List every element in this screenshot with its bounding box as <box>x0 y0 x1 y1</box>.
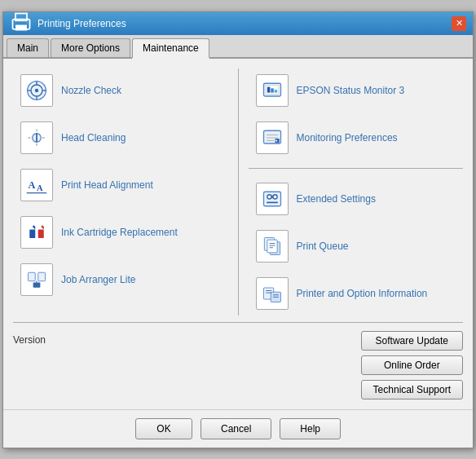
version-label: Version <box>13 331 46 346</box>
svg-text:A: A <box>37 183 43 192</box>
svg-marker-20 <box>33 225 36 229</box>
print-queue-icon <box>256 230 289 263</box>
software-update-button[interactable]: Software Update <box>361 331 463 351</box>
footer: OK Cancel Help <box>3 409 473 448</box>
svg-rect-2 <box>15 25 27 31</box>
svg-rect-29 <box>271 88 274 92</box>
nozzle-check-item[interactable]: Nozzle Check <box>13 68 228 113</box>
ink-cartridge-label: Ink Cartridge Replacement <box>61 227 178 238</box>
epson-status-icon <box>256 74 289 107</box>
online-order-button[interactable]: Online Order <box>361 355 463 375</box>
print-head-alignment-icon: A A <box>20 169 53 201</box>
window-title: Printing Preferences <box>37 18 126 29</box>
printer-icon <box>10 11 33 36</box>
job-arranger-label: Job Arranger Lite <box>61 274 135 285</box>
svg-point-10 <box>35 88 38 91</box>
printer-option-info-item[interactable]: Printer and Option Information <box>249 271 464 316</box>
main-columns: Nozzle Check Head Cleaning <box>13 68 463 316</box>
epson-status-monitor-item[interactable]: EPSON Status Monitor 3 <box>249 68 464 113</box>
monitoring-prefs-item[interactable]: Monitoring Preferences <box>249 116 464 160</box>
left-column: Nozzle Check Head Cleaning <box>13 68 228 316</box>
side-buttons: Software Update Online Order Technical S… <box>361 331 463 399</box>
main-window: Printing Preferences ✕ Main More Options… <box>2 11 474 448</box>
tab-more-options[interactable]: More Options <box>51 38 130 57</box>
tab-maintenance[interactable]: Maintenance <box>132 38 209 59</box>
svg-rect-45 <box>267 240 276 253</box>
svg-rect-23 <box>38 272 46 281</box>
close-button[interactable]: ✕ <box>452 16 466 31</box>
technical-support-button[interactable]: Technical Support <box>361 380 463 399</box>
head-cleaning-icon <box>20 121 53 154</box>
svg-rect-19 <box>38 229 44 238</box>
svg-point-42 <box>271 196 273 198</box>
print-head-alignment-item[interactable]: A A Print Head Alignment <box>13 163 228 207</box>
svg-rect-28 <box>267 86 270 92</box>
svg-rect-22 <box>29 272 36 281</box>
print-queue-item[interactable]: Print Queue <box>249 224 464 268</box>
tab-main[interactable]: Main <box>7 38 49 57</box>
head-cleaning-item[interactable]: Head Cleaning <box>13 116 228 160</box>
monitoring-prefs-icon <box>256 121 289 154</box>
svg-rect-30 <box>274 90 277 93</box>
extended-settings-label: Extended Settings <box>297 193 376 205</box>
help-button[interactable]: Help <box>280 418 341 439</box>
job-arranger-icon <box>20 263 53 296</box>
monitoring-prefs-label: Monitoring Preferences <box>297 132 398 143</box>
svg-text:A: A <box>29 179 36 190</box>
job-arranger-item[interactable]: Job Arranger Lite <box>13 258 228 302</box>
ink-cartridge-item[interactable]: Ink Cartridge Replacement <box>13 210 228 254</box>
right-column: EPSON Status Monitor 3 <box>249 68 464 316</box>
right-divider <box>249 168 464 169</box>
title-bar-left: Printing Preferences <box>10 11 126 36</box>
cancel-button[interactable]: Cancel <box>201 418 271 439</box>
title-bar: Printing Preferences ✕ <box>3 12 473 35</box>
nozzle-check-label: Nozzle Check <box>61 85 121 96</box>
svg-marker-21 <box>41 225 44 229</box>
print-queue-label: Print Queue <box>297 241 349 252</box>
extended-settings-item[interactable]: Extended Settings <box>249 177 464 221</box>
epson-status-label: EPSON Status Monitor 3 <box>297 85 405 96</box>
printer-option-info-icon <box>256 277 289 310</box>
printer-option-info-label: Printer and Option Information <box>297 288 428 299</box>
tab-bar: Main More Options Maintenance <box>3 35 473 59</box>
svg-point-3 <box>26 21 29 24</box>
column-divider <box>238 68 239 316</box>
extended-settings-icon <box>256 183 289 215</box>
svg-rect-41 <box>267 201 278 203</box>
ok-button[interactable]: OK <box>135 418 192 439</box>
bottom-section: Version Software Update Online Order Tec… <box>13 322 463 399</box>
head-cleaning-label: Head Cleaning <box>61 132 126 143</box>
print-head-alignment-label: Print Head Alignment <box>61 179 153 191</box>
svg-rect-38 <box>263 192 280 206</box>
maintenance-content: Nozzle Check Head Cleaning <box>3 59 473 409</box>
ink-cartridge-icon <box>20 216 53 249</box>
svg-rect-24 <box>33 282 41 287</box>
nozzle-check-icon <box>20 74 53 107</box>
svg-rect-18 <box>29 229 35 238</box>
